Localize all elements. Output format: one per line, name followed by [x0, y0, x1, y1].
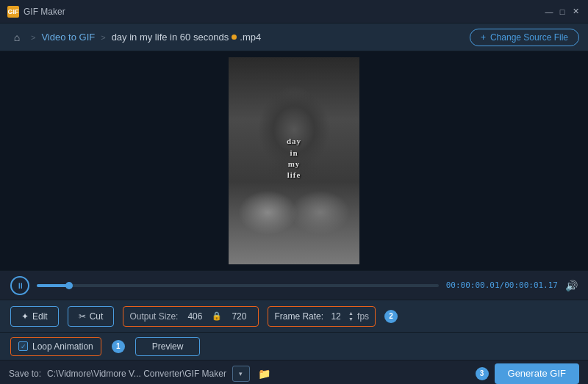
title-bar: GIF GIF Maker — □ ✕	[0, 0, 588, 23]
title-bar-left: GIF GIF Maker	[7, 6, 65, 18]
loop-checkbox[interactable]: ✓	[18, 341, 28, 351]
close-button[interactable]: ✕	[570, 7, 581, 17]
pause-button[interactable]: ⏸	[10, 276, 29, 295]
video-content: day in my life	[229, 57, 359, 264]
video-frame: day in my life	[229, 57, 359, 264]
time-display: 00:00:00.01/00:00:01.17	[446, 280, 558, 290]
add-icon: +	[481, 32, 486, 43]
generate-label: Generate GIF	[508, 368, 566, 379]
timeline-fill	[37, 284, 69, 287]
video-text-overlay: day in my life	[287, 136, 301, 181]
edit-label: Edit	[32, 311, 48, 322]
timeline-slider[interactable]	[37, 284, 439, 287]
save-dropdown-button[interactable]: ▾	[232, 366, 250, 382]
frame-rate-input[interactable]	[327, 311, 345, 322]
lock-icon[interactable]: 🔒	[212, 311, 222, 321]
breadcrumb-sep-1: >	[31, 33, 35, 42]
edit-icon: ✦	[21, 311, 29, 322]
save-folder-button[interactable]: 📁	[256, 366, 273, 382]
file-name: day in my life in 60 seconds	[112, 32, 229, 43]
cut-label: Cut	[90, 311, 104, 322]
file-ext: .mp4	[240, 32, 261, 43]
video-text-line4: life	[287, 170, 301, 181]
timeline-thumb[interactable]	[65, 282, 73, 289]
breadcrumb-sep-2: >	[101, 33, 105, 42]
loop-animation-group: ✓ Loop Animation	[10, 337, 101, 356]
height-input[interactable]	[226, 311, 252, 322]
badge-1: 1	[112, 340, 125, 353]
loop-bar: ✓ Loop Animation 1 Preview	[0, 332, 588, 360]
cut-button[interactable]: ✂ Cut	[68, 306, 115, 327]
change-source-button[interactable]: + Change Source File	[470, 29, 579, 46]
volume-icon[interactable]: 🔊	[565, 280, 578, 291]
fps-label: fps	[357, 311, 369, 322]
video-text-line3: my	[287, 159, 301, 170]
video-area: day in my life	[0, 51, 588, 270]
timeline-bar: ⏸ 00:00:00.01/00:00:01.17 🔊	[0, 270, 588, 300]
video-text-line1: day	[287, 136, 301, 147]
frame-rate-label: Frame Rate:	[274, 311, 323, 322]
frame-rate-group: Frame Rate: ▲ ▼ fps	[268, 306, 376, 327]
nav-bar: ⌂ > Video to GIF > day in my life in 60 …	[0, 23, 588, 51]
maximize-button[interactable]: □	[557, 7, 567, 17]
video-text-line2: in	[287, 148, 301, 159]
badge-3: 3	[476, 367, 489, 380]
change-source-label: Change Source File	[490, 32, 568, 43]
app-title: GIF Maker	[24, 7, 65, 17]
save-path: C:\Vidmore\Vidmore V... Converter\GIF Ma…	[47, 369, 226, 379]
frame-rate-arrows: ▲ ▼	[348, 311, 354, 322]
badge-2: 2	[384, 310, 398, 323]
cut-icon: ✂	[79, 311, 86, 322]
preview-label: Preview	[152, 341, 184, 352]
breadcrumb-video-to-gif[interactable]: Video to GIF	[41, 32, 95, 43]
app-icon: GIF	[7, 6, 19, 18]
save-to-label: Save to:	[9, 369, 41, 379]
output-size-label: Output Size:	[129, 311, 178, 322]
edit-button[interactable]: ✦ Edit	[10, 306, 59, 327]
width-input[interactable]	[182, 311, 208, 322]
home-icon[interactable]: ⌂	[9, 29, 25, 46]
breadcrumb-current-file: day in my life in 60 seconds .mp4	[112, 32, 262, 43]
checkbox-check-icon: ✓	[21, 343, 26, 350]
minimize-button[interactable]: —	[544, 7, 554, 17]
frame-rate-down[interactable]: ▼	[348, 316, 354, 322]
loop-label: Loop Animation	[32, 341, 93, 352]
save-bar: Save to: C:\Vidmore\Vidmore V... Convert…	[0, 360, 588, 384]
title-bar-controls: — □ ✕	[544, 7, 581, 17]
preview-button[interactable]: Preview	[135, 337, 201, 356]
output-size-group: Output Size: 🔒	[123, 306, 259, 327]
generate-gif-button[interactable]: Generate GIF	[495, 363, 579, 384]
controls-bar: ✦ Edit ✂ Cut Output Size: 🔒 Frame Rate: …	[0, 300, 588, 332]
breadcrumb: ⌂ > Video to GIF > day in my life in 60 …	[9, 29, 261, 46]
frame-rate-up[interactable]: ▲	[348, 311, 354, 316]
file-dot	[232, 35, 237, 40]
